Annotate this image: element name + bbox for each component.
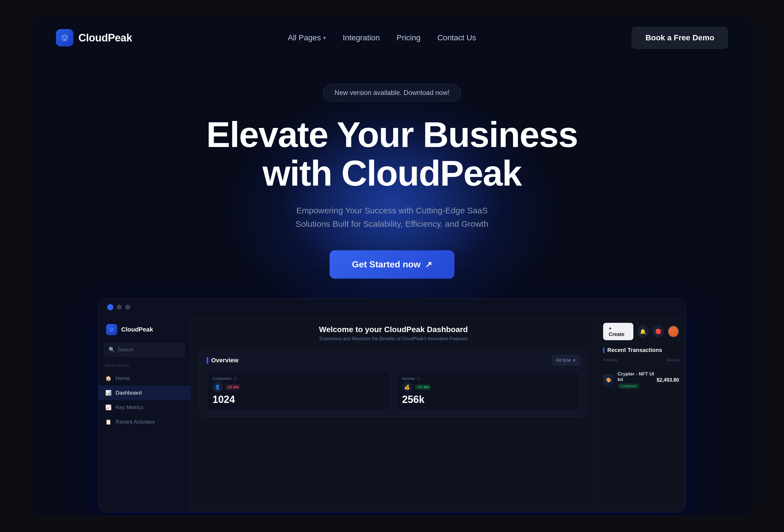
- search-icon: 🔍: [109, 347, 115, 353]
- chevron-down-icon: ▾: [323, 34, 326, 41]
- hero-section: New version available. Download now! Ele…: [31, 59, 753, 279]
- dashboard-logo: CloudPeak: [98, 324, 190, 343]
- overview-accent: [207, 357, 208, 364]
- transactions-header: Products Earning: [603, 358, 679, 365]
- transaction-status: Completed: [618, 383, 640, 389]
- metric-customers: Customers i 👤 -27.4% 1024: [207, 371, 391, 411]
- overview-title: Overview: [211, 357, 239, 364]
- transaction-row: 🎨 Crypter - NFT UI kit Completed $2,453.…: [603, 368, 679, 392]
- dashboard-icon: 📊: [105, 390, 112, 396]
- sidebar-item-dashboard[interactable]: 📊 Dashboard: [98, 386, 190, 400]
- metric-icon: 👤: [213, 382, 223, 392]
- dashboard-preview: CloudPeak 🔍 Search Main Menu 🏠 Home: [31, 298, 753, 512]
- sidebar-item-recent-activities[interactable]: 📋 Recent Activities: [98, 415, 190, 429]
- chevron-down-icon: ▾: [573, 358, 576, 363]
- navbar: CloudPeak All Pages ▾ Integration Pricin…: [31, 17, 753, 59]
- nav-pricing[interactable]: Pricing: [396, 33, 421, 42]
- metrics-row: Customers i 👤 -27.4% 1024: [207, 371, 580, 411]
- create-button[interactable]: + Create: [603, 323, 633, 340]
- transaction-amount: $2,453.80: [656, 377, 679, 383]
- home-icon: 🏠: [105, 375, 112, 382]
- dashboard-sidebar: CloudPeak 🔍 Search Main Menu 🏠 Home: [98, 316, 191, 512]
- outer-frame: CloudPeak All Pages ▾ Integration Pricin…: [0, 0, 784, 532]
- dashboard-right-panel: + Create 🔔 🔴 Recent: [596, 316, 686, 512]
- notification-bell-button[interactable]: 🔔: [637, 326, 648, 337]
- menu-label: Main Menu: [98, 363, 190, 371]
- browser-window: CloudPeak All Pages ▾ Integration Pricin…: [31, 17, 753, 515]
- dashboard-body: CloudPeak 🔍 Search Main Menu 🏠 Home: [98, 316, 686, 512]
- dashboard-logo-icon: [106, 324, 117, 335]
- dashboard-main: Welcome to your CloudPeak Dashboard Expe…: [191, 316, 596, 512]
- dashboard-top-bar: + Create 🔔 🔴: [603, 323, 679, 340]
- overview-title-row: Overview: [207, 357, 239, 364]
- logo-text: CloudPeak: [78, 32, 132, 44]
- dash-logo-text: CloudPeak: [121, 326, 153, 333]
- dot-blue: [107, 304, 113, 310]
- transaction-thumbnail: 🎨: [603, 374, 614, 386]
- metric-icon: 💰: [402, 382, 412, 392]
- nav-integration[interactable]: Integration: [343, 33, 380, 42]
- svg-point-10: [111, 330, 113, 332]
- svg-point-9: [112, 328, 114, 330]
- welcome-title: Welcome to your CloudPeak Dashboard: [200, 325, 587, 334]
- hero-title: Elevate Your Business with CloudPeak: [206, 115, 578, 193]
- alert-icon: 🔴: [655, 329, 661, 335]
- metrics-icon: 📈: [105, 404, 112, 411]
- metric-value: 256k: [402, 394, 574, 405]
- transaction-name: Crypter - NFT UI kit: [618, 371, 656, 383]
- dashboard-search[interactable]: 🔍 Search: [104, 343, 185, 357]
- dot-green: [125, 305, 130, 310]
- dashboard-header: Welcome to your CloudPeak Dashboard Expe…: [200, 325, 587, 341]
- svg-point-8: [110, 328, 111, 330]
- dashboard-window: CloudPeak 🔍 Search Main Menu 🏠 Home: [98, 298, 686, 512]
- overview-card: Overview All time ▾: [200, 349, 587, 417]
- sidebar-item-home[interactable]: 🏠 Home: [98, 371, 190, 386]
- dot-yellow: [117, 305, 122, 310]
- info-icon: i: [233, 376, 237, 381]
- metric-change: +37.8%: [414, 384, 431, 390]
- nav-all-pages[interactable]: All Pages ▾: [288, 33, 326, 42]
- notification-badge-button[interactable]: 🔴: [653, 326, 664, 337]
- dashboard-titlebar: [98, 299, 686, 316]
- metric-income: Income i 💰 +37.8% 256k: [396, 371, 580, 411]
- metric-value: 1024: [213, 394, 385, 405]
- nav-links: All Pages ▾ Integration Pricing Contact …: [288, 33, 476, 42]
- hero-badge[interactable]: New version available. Download now!: [323, 84, 461, 101]
- time-filter[interactable]: All time ▾: [552, 355, 580, 365]
- metric-change: -27.4%: [225, 384, 241, 390]
- transactions-accent: [603, 347, 605, 353]
- arrow-icon: ↗: [425, 259, 432, 269]
- hero-subtitle: Empowering Your Success with Cutting-Edg…: [294, 204, 490, 231]
- logo[interactable]: CloudPeak: [56, 29, 132, 47]
- logo-icon: [56, 29, 73, 47]
- avatar[interactable]: [668, 326, 679, 337]
- welcome-subtitle: Experience and Maximize the Benefits of …: [200, 336, 587, 341]
- transactions-section-title: Recent Transactions: [603, 347, 679, 353]
- get-started-button[interactable]: Get Started now ↗: [330, 250, 454, 279]
- activities-icon: 📋: [105, 419, 112, 425]
- nav-contact[interactable]: Contact Us: [437, 33, 476, 42]
- sidebar-item-key-metrics[interactable]: 📈 Key Metrics: [98, 400, 190, 415]
- book-demo-button[interactable]: Book a Free Demo: [632, 27, 728, 49]
- bell-icon: 🔔: [640, 329, 646, 335]
- overview-header: Overview All time ▾: [207, 355, 580, 365]
- info-icon: i: [417, 376, 421, 381]
